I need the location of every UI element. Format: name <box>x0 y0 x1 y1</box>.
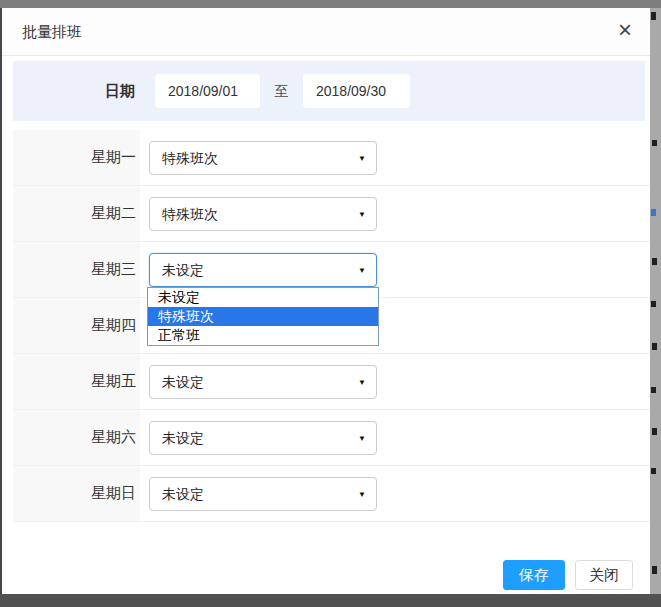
schedule-row-friday: 星期五 未设定 ▼ <box>13 354 650 410</box>
shift-select-monday[interactable]: 特殊班次 ▼ <box>149 141 377 175</box>
shift-select-value: 未设定 <box>162 366 204 398</box>
shift-select-tuesday[interactable]: 特殊班次 ▼ <box>149 197 377 231</box>
shift-select-friday[interactable]: 未设定 ▼ <box>149 365 377 399</box>
close-button[interactable]: 关闭 <box>575 560 633 590</box>
shift-select-saturday[interactable]: 未设定 ▼ <box>149 421 377 455</box>
schedule-row-saturday: 星期六 未设定 ▼ <box>13 410 650 466</box>
day-label: 星期五 <box>13 354 140 409</box>
background-overlay-top <box>0 0 661 8</box>
start-date-input[interactable] <box>155 74 260 108</box>
day-label: 星期二 <box>13 186 140 241</box>
caret-down-icon: ▼ <box>358 490 366 499</box>
shift-select-value: 特殊班次 <box>162 142 218 174</box>
dialog-title: 批量排班 <box>22 8 82 55</box>
batch-schedule-dialog: 批量排班 × 日期 至 星期一 特殊班次 ▼ 星期二 特殊班次 ▼ 星期三 未设… <box>2 8 650 594</box>
background-page-fragment <box>651 301 656 307</box>
schedule-row-tuesday: 星期二 特殊班次 ▼ <box>13 186 650 242</box>
caret-down-icon: ▼ <box>358 434 366 443</box>
dropdown-option[interactable]: 未设定 <box>148 288 378 307</box>
background-page-fragment <box>652 428 657 435</box>
dropdown-option[interactable]: 正常班 <box>148 326 378 345</box>
day-label: 星期一 <box>13 130 140 185</box>
schedule-row-monday: 星期一 特殊班次 ▼ <box>13 130 650 186</box>
shift-select-value: 特殊班次 <box>162 198 218 230</box>
shift-select-value: 未设定 <box>162 254 204 286</box>
shift-select-dropdown: 未设定 特殊班次 正常班 <box>147 287 379 346</box>
caret-down-icon: ▼ <box>358 154 366 163</box>
caret-down-icon: ▼ <box>358 210 366 219</box>
background-page-fragment <box>652 343 657 350</box>
dropdown-option-highlighted[interactable]: 特殊班次 <box>148 307 378 326</box>
caret-down-icon: ▼ <box>358 266 366 275</box>
shift-select-value: 未设定 <box>162 422 204 454</box>
day-label: 星期日 <box>13 466 140 521</box>
background-page-fragment <box>651 468 656 474</box>
background-overlay-bottom <box>0 594 661 607</box>
shift-select-sunday[interactable]: 未设定 ▼ <box>149 477 377 511</box>
close-icon[interactable]: × <box>610 16 640 46</box>
day-label: 星期三 <box>13 242 140 297</box>
caret-down-icon: ▼ <box>358 378 366 387</box>
background-page-fragment <box>651 209 656 216</box>
date-range-section: 日期 至 <box>13 61 645 121</box>
background-page-fragment <box>652 566 657 574</box>
schedule-row-sunday: 星期日 未设定 ▼ <box>13 466 650 522</box>
background-page-fragment <box>651 12 656 20</box>
end-date-input[interactable] <box>303 74 410 108</box>
save-button[interactable]: 保存 <box>503 560 565 590</box>
background-page-fragment <box>652 140 657 146</box>
background-page-fragment <box>652 258 657 265</box>
weekday-rows: 星期一 特殊班次 ▼ 星期二 特殊班次 ▼ 星期三 未设定 ▼ 星期四 <box>13 130 650 522</box>
shift-select-wednesday[interactable]: 未设定 ▼ <box>149 253 377 287</box>
day-label: 星期四 <box>13 298 140 353</box>
shift-select-value: 未设定 <box>162 478 204 510</box>
date-label: 日期 <box>13 61 135 121</box>
date-range-separator: 至 <box>260 61 303 121</box>
day-label: 星期六 <box>13 410 140 465</box>
dialog-titlebar: 批量排班 × <box>2 8 650 56</box>
background-page-fragment <box>651 387 656 393</box>
